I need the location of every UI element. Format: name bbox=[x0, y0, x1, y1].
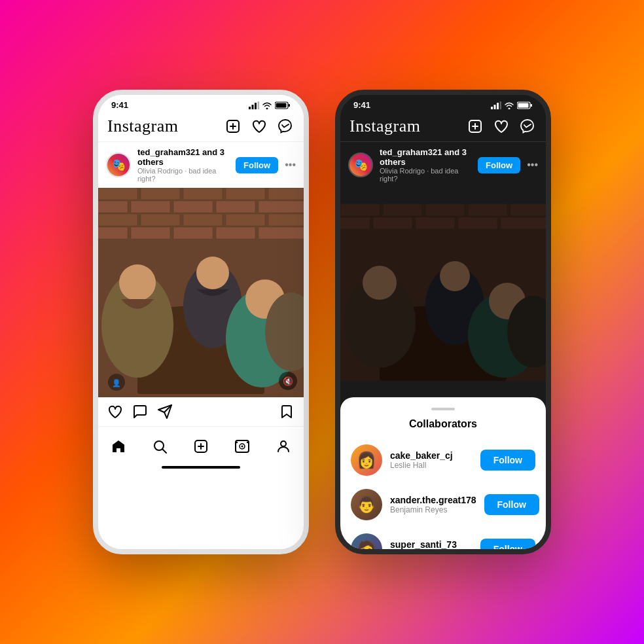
follow-button-left[interactable]: Follow bbox=[236, 157, 278, 173]
collab-info-3: super_santi_73 Rabiah Damji bbox=[390, 539, 473, 554]
svg-rect-60 bbox=[497, 103, 499, 109]
reels-nav-button[interactable] bbox=[229, 433, 255, 459]
phone-right: 9:41 bbox=[335, 90, 551, 554]
svg-rect-64 bbox=[518, 103, 529, 107]
follow-collab-3-button[interactable]: Follow bbox=[480, 539, 535, 554]
svg-rect-63 bbox=[531, 104, 533, 107]
notification-bar-right: 🎭 ted_graham321 and 3 others Olivia Rodr… bbox=[340, 142, 546, 188]
like-button-left[interactable] bbox=[107, 404, 123, 420]
messenger-button-right[interactable] bbox=[518, 117, 537, 135]
search-icon bbox=[152, 438, 168, 454]
home-nav-button[interactable] bbox=[105, 433, 132, 459]
svg-point-54 bbox=[241, 446, 243, 448]
signal-icon bbox=[249, 101, 259, 109]
share-button-left[interactable] bbox=[157, 404, 173, 420]
collaborators-panel: Collaborators 👩 cake_baker_cj Leslie Hal… bbox=[340, 397, 546, 554]
follow-button-right[interactable]: Follow bbox=[478, 157, 520, 173]
messenger-button-left[interactable] bbox=[276, 117, 295, 135]
search-nav-button[interactable] bbox=[147, 433, 173, 459]
profile-icon bbox=[276, 438, 291, 454]
collab-realname-1: Leslie Hall bbox=[390, 461, 473, 470]
heart-outline-icon bbox=[107, 403, 123, 420]
add-square-button-right[interactable] bbox=[466, 117, 484, 135]
heart-icon bbox=[251, 118, 267, 134]
home-indicator-left bbox=[162, 466, 240, 469]
svg-point-56 bbox=[247, 442, 248, 443]
home-indicator-container bbox=[98, 463, 304, 478]
share-icon bbox=[157, 403, 173, 420]
svg-rect-0 bbox=[249, 107, 251, 109]
collab-item-1: 👩 cake_baker_cj Leslie Hall Follow bbox=[340, 438, 546, 482]
svg-rect-3 bbox=[258, 101, 260, 109]
notif-username-right: ted_graham321 and 3 others bbox=[380, 147, 471, 167]
post-image-left: 🔇 👤 bbox=[98, 188, 304, 397]
notif-subtitle-right: Olivia Rodrigo · bad idea right? bbox=[380, 167, 471, 183]
notification-text-left: ted_graham321 and 3 others Olivia Rodrig… bbox=[137, 147, 229, 183]
add-square-icon-dark bbox=[467, 118, 483, 134]
heart-icon-dark bbox=[493, 118, 509, 134]
notif-username-left: ted_graham321 and 3 others bbox=[137, 147, 229, 167]
signal-icon-right bbox=[491, 101, 501, 109]
reels-icon bbox=[234, 438, 250, 454]
collab-avatar-3: 🧑 bbox=[351, 533, 382, 554]
comment-button-left[interactable] bbox=[132, 404, 148, 420]
messenger-icon-dark bbox=[520, 118, 535, 134]
svg-line-48 bbox=[163, 450, 167, 454]
collab-realname-2: Benjamin Reyes bbox=[390, 505, 476, 514]
collab-avatar-2: 👨 bbox=[351, 489, 382, 520]
collab-handle bbox=[431, 408, 455, 410]
more-dots-left[interactable]: ••• bbox=[285, 159, 296, 171]
add-circle-icon bbox=[193, 438, 209, 454]
svg-rect-88 bbox=[340, 204, 546, 381]
action-bar-left bbox=[98, 397, 304, 426]
collab-title: Collaborators bbox=[340, 418, 546, 430]
collab-realname-3: Rabiah Damji bbox=[390, 550, 473, 554]
action-icons-left bbox=[107, 404, 173, 420]
messenger-icon bbox=[277, 118, 293, 134]
svg-rect-58 bbox=[491, 107, 493, 109]
svg-rect-1 bbox=[252, 105, 254, 109]
status-bar-left: 9:41 bbox=[98, 95, 304, 113]
svg-rect-40 bbox=[98, 188, 304, 397]
notif-subtitle-left: Olivia Rodrigo · bad idea right? bbox=[137, 167, 229, 183]
follow-collab-1-button[interactable]: Follow bbox=[480, 450, 535, 471]
collab-info-2: xander.the.great178 Benjamin Reyes bbox=[390, 495, 476, 514]
svg-rect-2 bbox=[255, 103, 257, 109]
more-dots-right[interactable]: ••• bbox=[527, 159, 538, 171]
collab-item-2: 👨 xander.the.great178 Benjamin Reyes Fol… bbox=[340, 482, 546, 527]
status-icons-left bbox=[249, 101, 291, 109]
bookmark-icon bbox=[279, 403, 295, 420]
svg-rect-5 bbox=[289, 104, 291, 107]
time-right: 9:41 bbox=[353, 100, 370, 110]
instagram-logo-right: Instagram bbox=[349, 116, 420, 136]
svg-point-57 bbox=[281, 441, 286, 446]
collab-username-2: xander.the.great178 bbox=[390, 495, 476, 505]
header-icons-left bbox=[224, 117, 295, 135]
collab-username-3: super_santi_73 bbox=[390, 539, 473, 550]
heart-button-right[interactable] bbox=[492, 117, 510, 135]
phone-left: 9:41 bbox=[93, 90, 309, 554]
avatar-right: 🎭 bbox=[348, 152, 373, 177]
notification-text-right: ted_graham321 and 3 others Olivia Rodrig… bbox=[380, 147, 471, 183]
svg-rect-61 bbox=[500, 101, 502, 109]
post-photo-left: 🔇 👤 bbox=[98, 188, 304, 397]
app-header-left: Instagram bbox=[98, 113, 304, 142]
profile-nav-button[interactable] bbox=[270, 433, 296, 459]
post-photo-right bbox=[340, 188, 546, 397]
time-left: 9:41 bbox=[111, 100, 128, 110]
collab-info-1: cake_baker_cj Leslie Hall bbox=[390, 450, 473, 470]
add-square-button-left[interactable] bbox=[224, 117, 242, 135]
svg-point-55 bbox=[236, 442, 238, 443]
wifi-icon-right bbox=[504, 101, 514, 109]
heart-button-left[interactable] bbox=[250, 117, 268, 135]
svg-text:🔇: 🔇 bbox=[283, 376, 294, 387]
collab-item-3: 🧑 super_santi_73 Rabiah Damji Follow bbox=[340, 527, 546, 554]
svg-text:👤: 👤 bbox=[112, 378, 121, 387]
battery-icon-right bbox=[517, 101, 533, 109]
save-button-left[interactable] bbox=[279, 404, 295, 420]
status-icons-right bbox=[491, 101, 533, 109]
header-icons-right bbox=[466, 117, 537, 135]
follow-collab-2-button[interactable]: Follow bbox=[484, 494, 539, 515]
add-nav-button[interactable] bbox=[188, 433, 214, 459]
bottom-nav-left bbox=[98, 426, 304, 463]
